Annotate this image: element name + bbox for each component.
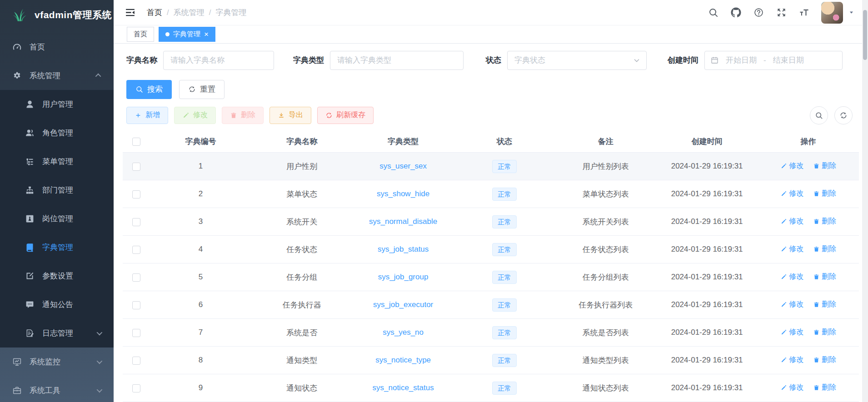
cell-dict-type: sys_user_sex	[353, 153, 454, 180]
sidebar-item[interactable]: 通知公告	[0, 290, 114, 319]
chevron-icon	[97, 330, 103, 336]
row-delete-button[interactable]: 删除	[813, 189, 836, 199]
scrollbar-track	[862, 0, 868, 402]
search-icon[interactable]	[708, 7, 718, 18]
dict-type-input[interactable]	[330, 51, 464, 70]
avatar[interactable]	[821, 2, 843, 24]
row-edit-button[interactable]: 修改	[780, 383, 803, 392]
row-checkbox-cell	[123, 319, 150, 347]
cell-create-time: 2024-01-29 16:19:31	[656, 153, 758, 180]
sidebar-item[interactable]: 日志管理	[0, 319, 114, 347]
edit-icon	[182, 112, 190, 119]
row-checkbox[interactable]	[132, 190, 140, 199]
dict-type-link[interactable]: sys_notice_type	[375, 356, 431, 364]
sidebar-item[interactable]: 岗位管理	[0, 204, 114, 233]
cell-create-time: 2024-01-29 16:19:31	[656, 208, 758, 236]
question-icon[interactable]	[753, 7, 764, 18]
dict-type-link[interactable]: sys_notice_status	[373, 383, 434, 392]
view-tab[interactable]: 字典管理 ×	[159, 27, 215, 42]
scrollbar-thumb[interactable]	[863, 10, 867, 60]
dict-type-link[interactable]: sys_show_hide	[377, 189, 429, 198]
sidebar-collapse-icon[interactable]	[125, 7, 136, 18]
font-size-icon[interactable]	[799, 7, 809, 18]
sidebar-item[interactable]: 字典管理	[0, 233, 114, 262]
row-checkbox[interactable]	[132, 301, 140, 309]
search-button[interactable]: 搜索	[126, 80, 172, 99]
page-content: 字典名称 字典类型 状态 字典状态 创建时间 开始日期 - 结束日期	[114, 44, 868, 402]
row-delete-button[interactable]: 删除	[813, 161, 836, 171]
row-edit-button[interactable]: 修改	[780, 189, 803, 199]
dict-type-link[interactable]: sys_job_group	[378, 273, 429, 281]
table-row: 8 通知类型 sys_notice_type 正常 通知类型列表 2024-01…	[123, 347, 859, 374]
dict-type-link[interactable]: sys_job_executor	[373, 300, 433, 309]
sidebar-item[interactable]: 用户管理	[0, 90, 114, 119]
dict-name-input[interactable]	[163, 51, 274, 70]
row-edit-button[interactable]: 修改	[780, 244, 803, 254]
sidebar-item[interactable]: 系统管理	[0, 61, 114, 90]
select-all-checkbox[interactable]	[132, 138, 140, 146]
row-checkbox[interactable]	[132, 163, 140, 171]
breadcrumb-item[interactable]: 首页	[147, 7, 162, 18]
row-checkbox[interactable]	[132, 329, 140, 337]
table-tool-button[interactable]	[834, 106, 853, 124]
edit-icon	[780, 329, 787, 336]
dict-type-link[interactable]: sys_yes_no	[383, 328, 424, 337]
close-icon[interactable]: ×	[204, 30, 209, 38]
status-select[interactable]: 字典状态	[507, 51, 647, 70]
table-row: 5 任务分组 sys_job_group 正常 任务分组列表 2024-01-2…	[123, 263, 859, 291]
sidebar-item[interactable]: 参数设置	[0, 262, 114, 290]
row-edit-button[interactable]: 修改	[780, 300, 803, 309]
row-delete-button[interactable]: 删除	[813, 217, 836, 226]
sidebar-item[interactable]: 角色管理	[0, 119, 114, 147]
status-badge: 正常	[492, 354, 517, 367]
row-delete-button[interactable]: 删除	[813, 355, 836, 365]
sidebar-item[interactable]: 系统工具	[0, 376, 114, 402]
cell-remark: 用户性别列表	[555, 153, 656, 180]
row-edit-button[interactable]: 修改	[780, 217, 803, 226]
sidebar-item[interactable]: 首页	[0, 33, 114, 61]
row-edit-button[interactable]: 修改	[780, 328, 803, 337]
dict-type-link[interactable]: sys_job_status	[378, 245, 429, 253]
action-button[interactable]: 导出	[269, 107, 311, 124]
date-range-picker[interactable]: 开始日期 - 结束日期	[704, 51, 843, 70]
sidebar-item[interactable]: 系统监控	[0, 347, 114, 376]
row-checkbox[interactable]	[132, 357, 140, 365]
row-delete-button[interactable]: 删除	[813, 244, 836, 254]
action-button[interactable]: 新增	[126, 107, 168, 124]
caret-down-icon[interactable]	[848, 10, 854, 15]
table-tool-button[interactable]	[810, 106, 828, 124]
action-button[interactable]: 删除	[222, 107, 264, 124]
dict-type-link[interactable]: sys_normal_disable	[369, 217, 437, 226]
sidebar-item[interactable]: 菜单管理	[0, 147, 114, 176]
navbar-icons	[708, 7, 809, 18]
row-edit-button[interactable]: 修改	[780, 272, 803, 282]
fullscreen-icon[interactable]	[776, 7, 787, 18]
row-checkbox[interactable]	[132, 384, 140, 392]
row-checkbox[interactable]	[132, 246, 140, 254]
action-button[interactable]: 修改	[174, 107, 216, 124]
row-edit-button[interactable]: 修改	[780, 355, 803, 365]
dashboard-icon	[12, 42, 22, 52]
cell-remark: 任务执行器列表	[555, 291, 656, 319]
row-edit-button[interactable]: 修改	[780, 161, 803, 171]
view-tab[interactable]: 首页	[127, 27, 154, 42]
trash-icon	[813, 273, 820, 280]
breadcrumb-item[interactable]: 系统管理	[174, 7, 205, 18]
github-icon[interactable]	[731, 7, 741, 18]
row-delete-button[interactable]: 删除	[813, 328, 836, 337]
row-checkbox[interactable]	[132, 273, 140, 282]
action-button[interactable]: 刷新缓存	[317, 107, 374, 124]
row-checkbox[interactable]	[132, 218, 140, 226]
row-delete-button[interactable]: 删除	[813, 383, 836, 392]
row-delete-button[interactable]: 删除	[813, 300, 836, 309]
row-delete-button[interactable]: 删除	[813, 272, 836, 282]
edit-icon	[780, 246, 787, 253]
status-select-placeholder: 字典状态	[514, 55, 545, 65]
sidebar-menu-bottom: 系统监控 系统工具	[0, 347, 114, 402]
column-header: 字典编号	[150, 131, 251, 153]
dict-type-link[interactable]: sys_user_sex	[379, 162, 427, 170]
sidebar-item[interactable]: 部门管理	[0, 176, 114, 204]
log-icon	[25, 328, 35, 338]
breadcrumb-item[interactable]: 字典管理	[215, 7, 246, 18]
reset-button[interactable]: 重置	[179, 80, 224, 99]
